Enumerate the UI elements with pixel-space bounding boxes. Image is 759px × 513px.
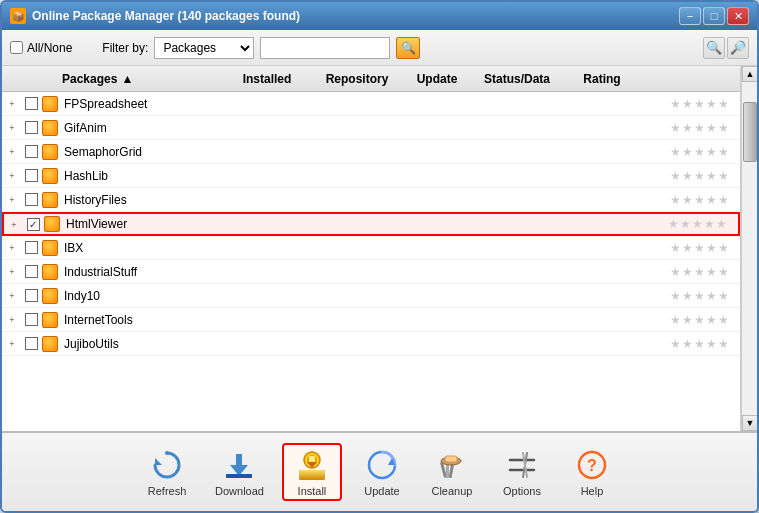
pkg-icon bbox=[40, 263, 60, 281]
pkg-rating: ★★★★★ bbox=[660, 145, 740, 159]
row-checkbox[interactable]: ✓ bbox=[24, 218, 42, 231]
maximize-button[interactable]: □ bbox=[703, 7, 725, 25]
pkg-icon bbox=[40, 95, 60, 113]
window-title: Online Package Manager (140 packages fou… bbox=[32, 9, 300, 23]
table-row[interactable]: + InternetTools ★★★★★ bbox=[2, 308, 740, 332]
install-label: Install bbox=[298, 485, 327, 497]
pkg-rating: ★★★★★ bbox=[660, 121, 740, 135]
checkbox-7[interactable] bbox=[25, 265, 38, 278]
package-list: Packages ▲ Installed Repository Update S… bbox=[2, 66, 741, 431]
zoom-controls: 🔍 🔎 bbox=[703, 37, 749, 59]
expand-icon[interactable]: + bbox=[2, 242, 22, 253]
table-row[interactable]: + IBX ★★★★★ bbox=[2, 236, 740, 260]
bottom-toolbar: Refresh Download bbox=[2, 431, 757, 511]
expand-icon[interactable]: + bbox=[4, 219, 24, 230]
scroll-up-arrow[interactable]: ▲ bbox=[742, 66, 757, 82]
scrollbar-track[interactable] bbox=[742, 82, 757, 415]
row-checkbox[interactable] bbox=[22, 313, 40, 326]
table-row[interactable]: + JujiboUtils ★★★★★ bbox=[2, 332, 740, 356]
row-checkbox[interactable] bbox=[22, 241, 40, 254]
col-packages-header[interactable]: Packages ▲ bbox=[2, 72, 222, 86]
checkbox-1[interactable] bbox=[25, 121, 38, 134]
package-icon bbox=[42, 288, 58, 304]
table-row[interactable]: + SemaphorGrid ★★★★★ bbox=[2, 140, 740, 164]
download-icon bbox=[221, 447, 257, 483]
pkg-name: HtmlViewer bbox=[66, 217, 318, 231]
expand-icon[interactable]: + bbox=[2, 266, 22, 277]
pkg-rating: ★★★★★ bbox=[658, 217, 738, 231]
table-row[interactable]: + FPSpreadsheet ★★★★★ bbox=[2, 92, 740, 116]
row-checkbox[interactable] bbox=[22, 169, 40, 182]
checkbox-3[interactable] bbox=[25, 169, 38, 182]
row-checkbox[interactable] bbox=[22, 193, 40, 206]
expand-icon[interactable]: + bbox=[2, 170, 22, 181]
pkg-icon bbox=[40, 143, 60, 161]
row-checkbox[interactable] bbox=[22, 289, 40, 302]
table-row[interactable]: + IndustrialStuff ★★★★★ bbox=[2, 260, 740, 284]
package-icon bbox=[44, 216, 60, 232]
zoom-in-button[interactable]: 🔍 bbox=[703, 37, 725, 59]
pkg-rating: ★★★★★ bbox=[660, 313, 740, 327]
refresh-button[interactable]: Refresh bbox=[137, 443, 197, 501]
download-button[interactable]: Download bbox=[207, 443, 272, 501]
scrollbar[interactable]: ▲ ▼ bbox=[741, 66, 757, 431]
checkbox-5[interactable]: ✓ bbox=[27, 218, 40, 231]
table-row[interactable]: + Indy10 ★★★★★ bbox=[2, 284, 740, 308]
search-button[interactable]: 🔍 bbox=[396, 37, 420, 59]
filter-section: Filter by: Packages Name Category 🔍 bbox=[102, 37, 420, 59]
table-row[interactable]: + HistoryFiles ★★★★★ bbox=[2, 188, 740, 212]
help-button[interactable]: ? Help bbox=[562, 443, 622, 501]
options-button[interactable]: Options bbox=[492, 443, 552, 501]
pkg-name: HistoryFiles bbox=[64, 193, 320, 207]
row-checkbox[interactable] bbox=[22, 265, 40, 278]
close-button[interactable]: ✕ bbox=[727, 7, 749, 25]
expand-icon[interactable]: + bbox=[2, 98, 22, 109]
update-icon bbox=[364, 447, 400, 483]
row-checkbox[interactable] bbox=[22, 337, 40, 350]
expand-icon[interactable]: + bbox=[2, 122, 22, 133]
filter-select[interactable]: Packages Name Category bbox=[154, 37, 254, 59]
cleanup-button[interactable]: Cleanup bbox=[422, 443, 482, 501]
checkbox-10[interactable] bbox=[25, 337, 38, 350]
title-bar: 📦 Online Package Manager (140 packages f… bbox=[2, 2, 757, 30]
package-rows: + FPSpreadsheet ★★★★★ + GifAnim bbox=[2, 92, 740, 356]
install-button[interactable]: Install bbox=[282, 443, 342, 501]
pkg-name: JujiboUtils bbox=[64, 337, 320, 351]
app-icon: 📦 bbox=[10, 8, 26, 24]
help-icon: ? bbox=[574, 447, 610, 483]
pkg-name: GifAnim bbox=[64, 121, 320, 135]
help-label: Help bbox=[581, 485, 604, 497]
list-header: Packages ▲ Installed Repository Update S… bbox=[2, 66, 740, 92]
all-none-checkbox[interactable] bbox=[10, 41, 23, 54]
checkbox-0[interactable] bbox=[25, 97, 38, 110]
expand-icon[interactable]: + bbox=[2, 314, 22, 325]
table-row[interactable]: + GifAnim ★★★★★ bbox=[2, 116, 740, 140]
title-bar-left: 📦 Online Package Manager (140 packages f… bbox=[10, 8, 300, 24]
expand-icon[interactable]: + bbox=[2, 194, 22, 205]
table-row[interactable]: + ✓ HtmlViewer ★★★★★ bbox=[2, 212, 740, 236]
checkbox-2[interactable] bbox=[25, 145, 38, 158]
row-checkbox[interactable] bbox=[22, 121, 40, 134]
search-input[interactable] bbox=[260, 37, 390, 59]
options-label: Options bbox=[503, 485, 541, 497]
row-checkbox[interactable] bbox=[22, 97, 40, 110]
pkg-rating: ★★★★★ bbox=[660, 97, 740, 111]
minimize-button[interactable]: − bbox=[679, 7, 701, 25]
scroll-down-arrow[interactable]: ▼ bbox=[742, 415, 757, 431]
zoom-out-button[interactable]: 🔎 bbox=[727, 37, 749, 59]
checkbox-9[interactable] bbox=[25, 313, 38, 326]
checkbox-6[interactable] bbox=[25, 241, 38, 254]
update-button[interactable]: Update bbox=[352, 443, 412, 501]
all-none-section: All/None bbox=[10, 41, 72, 55]
pkg-icon bbox=[40, 287, 60, 305]
expand-icon[interactable]: + bbox=[2, 290, 22, 301]
checkbox-4[interactable] bbox=[25, 193, 38, 206]
row-checkbox[interactable] bbox=[22, 145, 40, 158]
pkg-rating: ★★★★★ bbox=[660, 289, 740, 303]
table-row[interactable]: + HashLib ★★★★★ bbox=[2, 164, 740, 188]
expand-icon[interactable]: + bbox=[2, 146, 22, 157]
expand-icon[interactable]: + bbox=[2, 338, 22, 349]
col-rating-header: Rating bbox=[562, 72, 642, 86]
scrollbar-thumb[interactable] bbox=[743, 102, 757, 162]
checkbox-8[interactable] bbox=[25, 289, 38, 302]
